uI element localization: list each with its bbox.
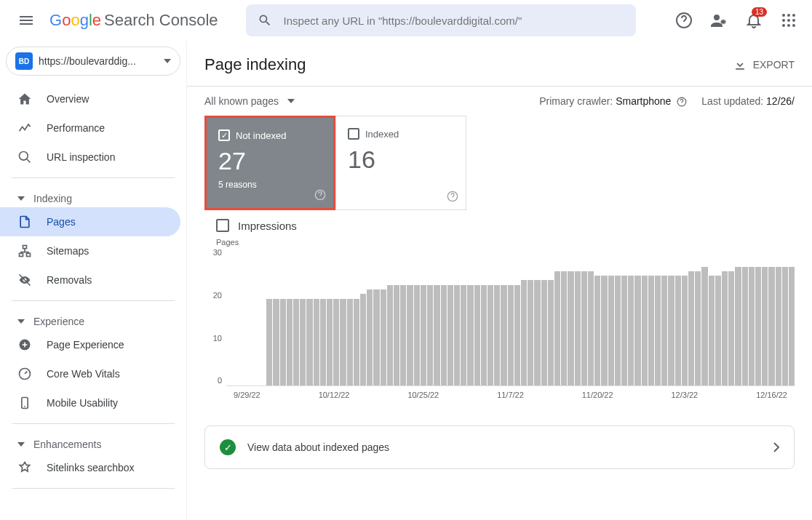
- notification-badge: 13: [752, 7, 767, 17]
- divider: [12, 488, 175, 489]
- chart-bar: [333, 299, 339, 386]
- primary-crawler: Primary crawler: Smartphone: [539, 95, 687, 107]
- chart-bar: [528, 280, 533, 385]
- chart-bar: [367, 289, 373, 385]
- chart-bar: [266, 299, 272, 386]
- chart-bar: [621, 276, 627, 385]
- download-icon: [733, 57, 747, 72]
- app-logo[interactable]: Google Search Console: [49, 11, 218, 30]
- divider: [12, 177, 175, 178]
- apps-button[interactable]: [774, 6, 803, 35]
- speedometer-icon: [17, 367, 32, 381]
- sidebar-item-url-inspection[interactable]: URL inspection: [0, 143, 180, 172]
- sidebar-item-label: Overview: [47, 93, 89, 105]
- sidebar: BD https://boulevarddig... Overview Perf…: [0, 41, 186, 520]
- sidebar-item-pages[interactable]: Pages: [0, 207, 180, 236]
- chart-bar: [273, 299, 279, 386]
- chart-bar: [454, 285, 460, 386]
- chart-bar: [487, 285, 493, 386]
- chart-bar: [789, 267, 795, 386]
- svg-point-2: [782, 14, 785, 17]
- chart-bar: [755, 267, 761, 386]
- page-filter[interactable]: All known pages: [204, 95, 295, 107]
- section-label: Experience: [33, 316, 84, 327]
- chart-bar: [728, 271, 734, 386]
- chart-bar: [381, 289, 386, 385]
- sidebar-item-sitelinks-searchbox[interactable]: Sitelinks searchbox: [0, 453, 180, 482]
- section-enhancements[interactable]: Enhancements: [0, 430, 186, 453]
- home-icon: [17, 92, 32, 106]
- svg-point-9: [787, 24, 790, 27]
- help-icon[interactable]: [447, 191, 458, 202]
- section-indexing[interactable]: Indexing: [0, 184, 186, 207]
- chart-bar: [776, 267, 781, 386]
- chart-bar: [568, 271, 573, 386]
- card-label: Not indexed: [236, 130, 286, 141]
- users-button[interactable]: [704, 6, 733, 35]
- svg-point-11: [20, 152, 28, 161]
- notifications-button[interactable]: 13: [739, 6, 768, 35]
- impressions-toggle[interactable]: Impressions: [187, 210, 812, 232]
- chart-bar: [628, 276, 634, 385]
- chart-bar: [709, 276, 715, 385]
- main-content: Page indexing EXPORT All known pages Pri…: [186, 41, 812, 520]
- chart-bar: [414, 285, 420, 386]
- sidebar-item-sitemaps[interactable]: Sitemaps: [0, 236, 180, 265]
- chart-bar: [474, 285, 480, 386]
- chart-bar: [508, 285, 514, 386]
- card-not-indexed[interactable]: Not indexed 27 5 reasons: [204, 116, 335, 210]
- searchbox-icon: [17, 460, 32, 475]
- chart-bar: [447, 285, 453, 386]
- chart-bar: [347, 299, 353, 386]
- chart-bar: [434, 285, 439, 386]
- chart-bar: [634, 276, 640, 385]
- sidebar-item-page-experience[interactable]: Page Experience: [0, 330, 180, 359]
- plus-circle-icon: [17, 337, 32, 352]
- export-button[interactable]: EXPORT: [733, 57, 795, 72]
- divider: [12, 423, 175, 424]
- property-selector[interactable]: BD https://boulevarddig...: [6, 47, 180, 76]
- chart-bar: [608, 276, 614, 385]
- sidebar-item-performance[interactable]: Performance: [0, 113, 180, 143]
- sidebar-item-label: Removals: [47, 274, 92, 286]
- section-experience[interactable]: Experience: [0, 307, 186, 330]
- view-indexed-pages-link[interactable]: ✓ View data about indexed pages: [204, 425, 795, 469]
- chevron-down-icon: [287, 99, 295, 103]
- export-label: EXPORT: [753, 59, 795, 71]
- sidebar-item-label: Page Experience: [47, 339, 124, 351]
- chart-bar: [768, 267, 774, 386]
- checkbox-icon: [348, 128, 359, 140]
- url-inspect-input[interactable]: [284, 15, 624, 27]
- help-icon[interactable]: [677, 97, 687, 107]
- chart-line-icon: [17, 121, 32, 135]
- apps-grid-icon: [781, 13, 796, 28]
- sidebar-item-label: Sitelinks searchbox: [47, 462, 135, 473]
- svg-point-8: [782, 24, 785, 27]
- sidebar-item-overview[interactable]: Overview: [0, 84, 180, 113]
- chart-bar: [661, 276, 667, 385]
- page-title: Page indexing: [204, 55, 306, 74]
- chart-bar: [461, 285, 466, 386]
- chart-bar: [594, 276, 600, 385]
- url-inspect-bar[interactable]: [246, 4, 636, 36]
- chart-bar: [581, 271, 587, 386]
- chart-bar: [280, 299, 286, 386]
- chart-bar: [400, 285, 406, 386]
- chart-bar: [722, 271, 728, 386]
- checkbox-icon: [218, 129, 230, 141]
- help-button[interactable]: [669, 6, 698, 35]
- chart-bar: [648, 276, 654, 385]
- chart-bar: [327, 299, 333, 386]
- property-favicon: BD: [15, 52, 33, 70]
- sidebar-item-mobile-usability[interactable]: Mobile Usability: [0, 388, 180, 417]
- menu-button[interactable]: [9, 3, 44, 38]
- sidebar-item-removals[interactable]: Removals: [0, 265, 180, 295]
- check-circle-icon: ✓: [220, 439, 236, 455]
- filter-label: All known pages: [204, 95, 279, 107]
- page-icon: [17, 215, 32, 229]
- help-icon[interactable]: [314, 189, 326, 201]
- chart-bar: [561, 271, 567, 386]
- card-indexed[interactable]: Indexed 16: [335, 116, 466, 210]
- chart-bar: [601, 276, 607, 385]
- sidebar-item-core-web-vitals[interactable]: Core Web Vitals: [0, 359, 180, 388]
